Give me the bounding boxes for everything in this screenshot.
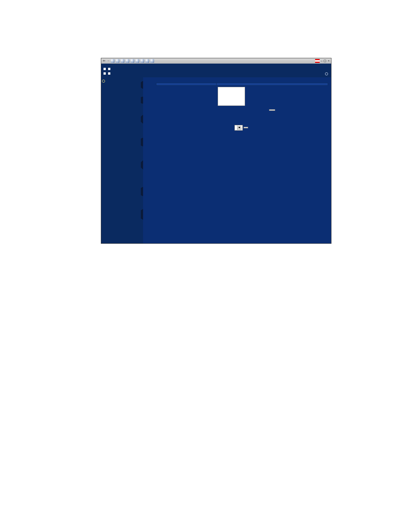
screenshot-vpn-ike-proposal: ⇦ → – ▢ × <box>101 58 331 244</box>
col-setting <box>216 83 328 86</box>
home-icon[interactable] <box>121 59 124 63</box>
sidebar-root-security[interactable] <box>102 79 140 85</box>
edit-icon[interactable] <box>150 59 154 63</box>
ike-proposal-index-label <box>156 86 217 114</box>
back-icon[interactable]: ⇦ <box>103 58 105 64</box>
ike-proposal-index-listbox[interactable] <box>218 87 245 106</box>
stop-icon[interactable] <box>111 59 115 63</box>
forward-icon[interactable]: → <box>107 58 110 64</box>
browser-toolbar: ⇦ → – ▢ × <box>101 58 331 64</box>
item-setting-table <box>156 83 328 114</box>
remove-button[interactable] <box>269 109 275 111</box>
brand-logo-icon <box>104 68 110 75</box>
search-icon[interactable] <box>126 59 129 63</box>
minimize-icon[interactable]: – <box>321 58 322 64</box>
logout-icon[interactable] <box>325 72 328 75</box>
sidebar <box>101 77 141 243</box>
add-to-button[interactable] <box>244 127 248 128</box>
col-item <box>156 83 217 86</box>
top-nav[interactable] <box>325 71 329 77</box>
refresh-icon[interactable] <box>116 59 119 63</box>
maximize-icon[interactable]: ▢ <box>323 58 327 64</box>
router-banner <box>101 64 331 77</box>
history-icon[interactable] <box>135 59 139 63</box>
print-icon[interactable] <box>145 59 149 63</box>
mail-icon[interactable] <box>140 59 144 63</box>
proposal-id-row <box>156 125 328 131</box>
chevron-down-icon <box>237 126 242 130</box>
flag-icon <box>315 59 320 63</box>
main-panel <box>143 77 331 243</box>
close-icon[interactable]: × <box>328 58 330 64</box>
proposal-id-select[interactable] <box>234 125 243 131</box>
favorites-icon[interactable] <box>131 59 134 63</box>
